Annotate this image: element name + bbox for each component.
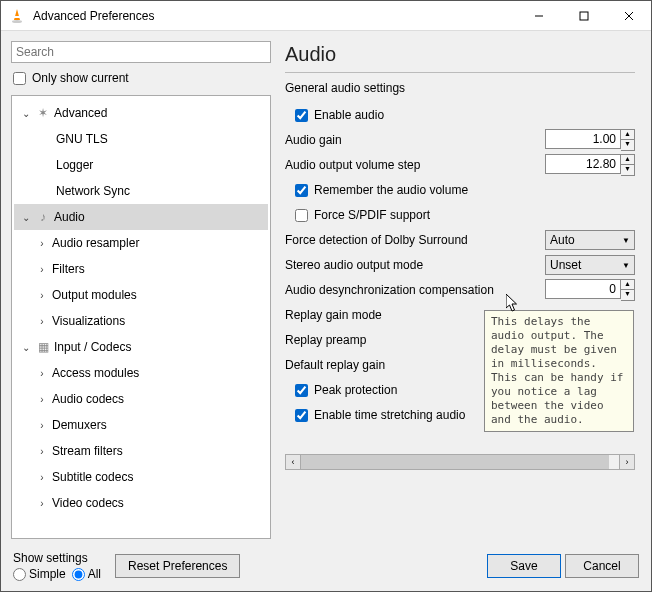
tree-item-access-modules[interactable]: ›Access modules <box>14 360 268 386</box>
tree-label: Audio <box>52 210 85 224</box>
tree-item-network-sync[interactable]: Network Sync <box>14 178 268 204</box>
scroll-track[interactable] <box>301 454 619 470</box>
chevron-down-icon[interactable]: ⌄ <box>18 342 34 353</box>
tree-item-visualizations[interactable]: ›Visualizations <box>14 308 268 334</box>
reset-preferences-button[interactable]: Reset Preferences <box>115 554 240 578</box>
spinner-buttons[interactable]: ▲▼ <box>621 279 635 301</box>
chevron-right-icon[interactable]: › <box>34 238 50 249</box>
maximize-button[interactable] <box>561 1 606 30</box>
spinner-buttons[interactable]: ▲▼ <box>621 129 635 151</box>
chevron-right-icon[interactable]: › <box>34 420 50 431</box>
chevron-right-icon[interactable]: › <box>34 394 50 405</box>
only-show-current-row[interactable]: Only show current <box>11 69 271 87</box>
chevron-right-icon[interactable]: › <box>34 290 50 301</box>
stereo-row: Stereo audio output mode Unset▼ <box>285 253 635 277</box>
search-input[interactable] <box>11 41 271 63</box>
spin-up-icon[interactable]: ▲ <box>621 280 634 290</box>
time-stretching-checkbox[interactable] <box>295 409 308 422</box>
titlebar: Advanced Preferences <box>1 1 651 31</box>
scroll-right-button[interactable]: › <box>619 454 635 470</box>
svg-point-2 <box>12 20 22 23</box>
peak-protection-checkbox[interactable] <box>295 384 308 397</box>
dolby-label: Force detection of Dolby Surround <box>285 233 545 247</box>
spin-down-icon[interactable]: ▼ <box>621 165 634 175</box>
category-tree[interactable]: ⌄ ✶ Advanced GNU TLS Logger Network Sync… <box>11 95 271 539</box>
chevron-down-icon[interactable]: ⌄ <box>18 108 34 119</box>
simple-radio-label[interactable]: Simple <box>13 567 66 581</box>
volume-step-label: Audio output volume step <box>285 158 545 172</box>
dolby-row: Force detection of Dolby Surround Auto▼ <box>285 228 635 252</box>
app-icon <box>9 8 25 24</box>
window-title: Advanced Preferences <box>33 9 516 23</box>
spin-down-icon[interactable]: ▼ <box>621 140 634 150</box>
tree-item-demuxers[interactable]: ›Demuxers <box>14 412 268 438</box>
chevron-down-icon: ▼ <box>622 261 630 270</box>
music-note-icon: ♪ <box>34 210 52 224</box>
desync-label: Audio desynchronization compensation <box>285 283 545 297</box>
spinner-buttons[interactable]: ▲▼ <box>621 154 635 176</box>
tree-item-audio[interactable]: ⌄ ♪ Audio <box>14 204 268 230</box>
bottom-bar: Show settings Simple All Reset Preferenc… <box>1 547 651 591</box>
settings-panel: Audio General audio settings Enable audi… <box>285 41 641 539</box>
close-button[interactable] <box>606 1 651 30</box>
stereo-label: Stereo audio output mode <box>285 258 545 272</box>
volume-step-input[interactable]: ▲▼ <box>545 154 635 176</box>
chevron-down-icon: ▼ <box>622 236 630 245</box>
tree-item-audio-codecs[interactable]: ›Audio codecs <box>14 386 268 412</box>
stereo-combo[interactable]: Unset▼ <box>545 255 635 275</box>
dolby-value: Auto <box>550 233 575 247</box>
show-settings-label: Show settings <box>13 551 101 565</box>
desync-input[interactable]: ▲▼ <box>545 279 635 301</box>
chevron-down-icon[interactable]: ⌄ <box>18 212 34 223</box>
enable-audio-checkbox[interactable] <box>295 109 308 122</box>
dolby-combo[interactable]: Auto▼ <box>545 230 635 250</box>
gear-icon: ✶ <box>34 106 52 120</box>
force-spdif-checkbox[interactable] <box>295 209 308 222</box>
spin-down-icon[interactable]: ▼ <box>621 290 634 300</box>
only-show-current-label: Only show current <box>32 71 129 85</box>
panel-title: Audio <box>285 43 635 66</box>
chevron-right-icon[interactable]: › <box>34 472 50 483</box>
volume-step-field[interactable] <box>545 154 621 174</box>
tree-item-advanced[interactable]: ⌄ ✶ Advanced <box>14 100 268 126</box>
svg-rect-4 <box>580 12 588 20</box>
chevron-right-icon[interactable]: › <box>34 264 50 275</box>
tree-item-audio-resampler[interactable]: ›Audio resampler <box>14 230 268 256</box>
cancel-button[interactable]: Cancel <box>565 554 639 578</box>
tree-item-video-codecs[interactable]: ›Video codecs <box>14 490 268 516</box>
audio-gain-input[interactable]: ▲▼ <box>545 129 635 151</box>
show-settings-group: Show settings Simple All <box>13 551 101 581</box>
audio-gain-field[interactable] <box>545 129 621 149</box>
tree-item-logger[interactable]: Logger <box>14 152 268 178</box>
spin-up-icon[interactable]: ▲ <box>621 155 634 165</box>
audio-gain-row: Audio gain ▲▼ <box>285 128 635 152</box>
svg-marker-0 <box>14 9 20 20</box>
tree-item-subtitle-codecs[interactable]: ›Subtitle codecs <box>14 464 268 490</box>
remember-volume-checkbox[interactable] <box>295 184 308 197</box>
remember-volume-label: Remember the audio volume <box>314 183 635 197</box>
chevron-right-icon[interactable]: › <box>34 446 50 457</box>
chevron-right-icon[interactable]: › <box>34 368 50 379</box>
scroll-left-button[interactable]: ‹ <box>285 454 301 470</box>
simple-radio[interactable] <box>13 568 26 581</box>
chevron-right-icon[interactable]: › <box>34 498 50 509</box>
remember-volume-row: Remember the audio volume <box>285 178 635 202</box>
tree-item-output-modules[interactable]: ›Output modules <box>14 282 268 308</box>
tree-item-input-codecs[interactable]: ⌄ ▦ Input / Codecs <box>14 334 268 360</box>
scroll-thumb[interactable] <box>301 455 609 469</box>
tree-item-filters[interactable]: ›Filters <box>14 256 268 282</box>
content-area: Only show current ⌄ ✶ Advanced GNU TLS L… <box>1 31 651 547</box>
tree-item-stream-filters[interactable]: ›Stream filters <box>14 438 268 464</box>
only-show-current-checkbox[interactable] <box>13 72 26 85</box>
all-radio-label[interactable]: All <box>72 567 101 581</box>
tree-item-gnu-tls[interactable]: GNU TLS <box>14 126 268 152</box>
minimize-button[interactable] <box>516 1 561 30</box>
force-spdif-row: Force S/PDIF support <box>285 203 635 227</box>
all-radio[interactable] <box>72 568 85 581</box>
chevron-right-icon[interactable]: › <box>34 316 50 327</box>
divider <box>285 72 635 73</box>
save-button[interactable]: Save <box>487 554 561 578</box>
desync-field[interactable] <box>545 279 621 299</box>
horizontal-scrollbar[interactable]: ‹ › <box>285 454 635 470</box>
spin-up-icon[interactable]: ▲ <box>621 130 634 140</box>
